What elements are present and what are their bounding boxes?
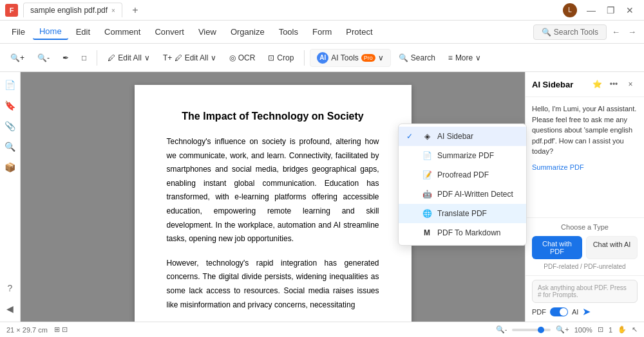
- ai-greeting: Hello, I'm Lumi, your AI assistant. Plea…: [532, 104, 638, 157]
- sidebar-search-icon[interactable]: 🔍: [3, 139, 18, 154]
- select-tool-icon[interactable]: ↖: [632, 325, 638, 334]
- search-icon: 🔍: [542, 28, 551, 37]
- zoom-in-button[interactable]: 🔍+: [5, 51, 30, 65]
- more-chevron: ∨: [475, 53, 481, 62]
- highlight-icon: ✒: [62, 53, 69, 62]
- menu-comment[interactable]: Comment: [98, 24, 147, 39]
- ai-input-box[interactable]: Ask anything about PDF. Press # for Prom…: [532, 280, 638, 303]
- toolbar: 🔍+ 🔍- ✒ □ 🖊 Edit All ∨ T+ 🖊 Edit All ∨ ◎…: [0, 44, 644, 72]
- search-tools-button[interactable]: 🔍 Search Tools: [533, 24, 607, 40]
- zoom-out-button[interactable]: 🔍-: [32, 51, 55, 65]
- rectangle-tool-button[interactable]: □: [77, 51, 91, 65]
- zoom-out-status-icon[interactable]: 🔍-: [496, 325, 507, 334]
- search-button[interactable]: 🔍 Search: [393, 51, 440, 65]
- ai-send-button[interactable]: ➤: [582, 305, 591, 318]
- zoom-slider[interactable]: [512, 329, 551, 331]
- maximize-button[interactable]: ❐: [601, 4, 620, 17]
- menu-protect[interactable]: Protect: [339, 24, 379, 39]
- nav-back-button[interactable]: ←: [609, 24, 623, 39]
- minimize-button[interactable]: —: [582, 4, 600, 17]
- edit-all-chevron: ∨: [144, 53, 150, 62]
- dropdown-ai-detect[interactable]: 🤖 PDF AI-Written Detect: [399, 185, 526, 204]
- crop-label: Crop: [277, 53, 294, 62]
- dropdown-ai-detect-label: PDF AI-Written Detect: [437, 190, 513, 199]
- search-label: Search: [411, 53, 435, 62]
- zoom-level: 100%: [574, 326, 592, 334]
- ai-input-area: Ask anything about PDF. Press # for Prom…: [526, 275, 644, 322]
- menu-convert[interactable]: Convert: [148, 24, 191, 39]
- ai-pdf-ai-toggle[interactable]: [550, 307, 568, 316]
- sidebar-bookmarks-icon[interactable]: 🔖: [3, 98, 18, 113]
- sidebar-layers-icon[interactable]: 📦: [3, 159, 18, 175]
- search-tool-icon: 🔍: [399, 53, 408, 62]
- add-text-button[interactable]: T+ 🖊 Edit All ∨: [158, 51, 222, 65]
- nav-forward-button[interactable]: →: [625, 24, 639, 39]
- title-bar-right: L — ❐ ✕: [563, 3, 639, 17]
- add-text-icon: T+: [163, 53, 172, 62]
- app-icon: F: [5, 4, 18, 17]
- sidebar-pages-icon[interactable]: 📄: [3, 77, 18, 93]
- dropdown-ai-sidebar-label: AI Sidebar: [437, 132, 473, 141]
- ai-sidebar-close-button[interactable]: ×: [623, 77, 638, 91]
- hand-tool-icon[interactable]: ✋: [618, 325, 627, 334]
- crop-button[interactable]: ⊡ Crop: [263, 51, 299, 65]
- chat-with-pdf-button[interactable]: Chat with PDF: [532, 236, 582, 259]
- dropdown-translate-icon: 🌐: [422, 208, 432, 219]
- toolbar-divider-1: [97, 50, 97, 66]
- tab-close-button[interactable]: ×: [111, 7, 115, 14]
- search-tools-label: Search Tools: [554, 28, 598, 37]
- menu-form[interactable]: Form: [306, 24, 338, 39]
- title-bar: F sample english pdf.pdf × + L — ❐ ✕: [0, 0, 644, 21]
- dropdown-proofread-label: Proofread PDF: [437, 170, 489, 179]
- ai-tools-dropdown: ✓ ◈ AI Sidebar 📄 Summarize PDF 📝 Proofre…: [398, 123, 527, 246]
- edit-all-button[interactable]: 🖊 Edit All ∨: [102, 51, 155, 65]
- more-label: More: [455, 53, 473, 62]
- edit-all-label: Edit All: [118, 53, 142, 62]
- avatar: L: [563, 3, 577, 17]
- menu-bar-right: 🔍 Search Tools ← →: [533, 24, 639, 40]
- dropdown-ai-sidebar-icon: ◈: [422, 131, 432, 141]
- dropdown-ai-sidebar[interactable]: ✓ ◈ AI Sidebar: [399, 127, 526, 146]
- menu-file[interactable]: File: [5, 24, 32, 39]
- status-bar-right: 🔍- 🔍+ 100% ⊡ 1 ✋ ↖: [496, 325, 638, 334]
- chat-with-ai-button[interactable]: Chat with AI: [586, 236, 638, 259]
- dropdown-translate-pdf[interactable]: 🌐 Translate PDF: [399, 204, 526, 223]
- ai-sidebar-star-button[interactable]: ⭐: [590, 77, 604, 91]
- dropdown-to-markdown[interactable]: M PDF To Markdown: [399, 223, 526, 242]
- fit-page-icon[interactable]: ⊡: [598, 325, 603, 334]
- ocr-button[interactable]: ◎ OCR: [224, 51, 261, 65]
- sidebar-help-icon[interactable]: ?: [3, 280, 18, 296]
- close-button[interactable]: ✕: [621, 4, 639, 17]
- ai-sidebar-more-button[interactable]: •••: [607, 77, 621, 91]
- crop-icon: ⊡: [268, 53, 274, 62]
- menu-home[interactable]: Home: [33, 24, 68, 40]
- active-tab[interactable]: sample english pdf.pdf ×: [23, 3, 122, 17]
- new-tab-button[interactable]: +: [128, 3, 143, 18]
- more-button[interactable]: ≡ More ∨: [443, 51, 486, 65]
- menu-edit[interactable]: Edit: [70, 24, 97, 39]
- ai-tools-icon: AI: [317, 52, 328, 64]
- more-icon: ≡: [448, 53, 453, 62]
- sidebar-attachments-icon[interactable]: 📎: [3, 118, 18, 134]
- menu-view[interactable]: View: [192, 24, 223, 39]
- ai-label: AI: [572, 308, 578, 316]
- ai-tools-button[interactable]: AI AI Tools Pro ∨: [310, 49, 390, 67]
- add-text-label: 🖊 Edit All ∨: [175, 53, 216, 62]
- dropdown-proofread-pdf[interactable]: 📝 Proofread PDF: [399, 165, 526, 185]
- dropdown-summarize-pdf[interactable]: 📄 Summarize PDF: [399, 146, 526, 165]
- edit-icon: 🖊: [108, 53, 115, 62]
- sidebar-collapse-icon[interactable]: ◀: [3, 301, 18, 316]
- dropdown-summarize-icon: 📄: [422, 150, 432, 161]
- rectangle-icon: □: [82, 53, 86, 62]
- summarize-pdf-link[interactable]: Summarize PDF: [532, 163, 584, 171]
- zoom-in-status-icon[interactable]: 🔍+: [556, 325, 569, 334]
- ocr-icon: ◎: [229, 53, 236, 62]
- highlight-tool-button[interactable]: ✒: [57, 51, 74, 65]
- ai-choose-type: Choose a Type Chat with PDF Chat with AI…: [526, 217, 644, 275]
- menu-organize[interactable]: Organize: [224, 24, 271, 39]
- menu-tools[interactable]: Tools: [272, 24, 305, 39]
- zoom-in-icon: 🔍+: [10, 53, 24, 62]
- dropdown-translate-label: Translate PDF: [437, 209, 487, 218]
- tab-title: sample english pdf.pdf: [30, 6, 108, 15]
- ai-input-placeholder: Ask anything about PDF. Press # for Prom…: [538, 284, 632, 298]
